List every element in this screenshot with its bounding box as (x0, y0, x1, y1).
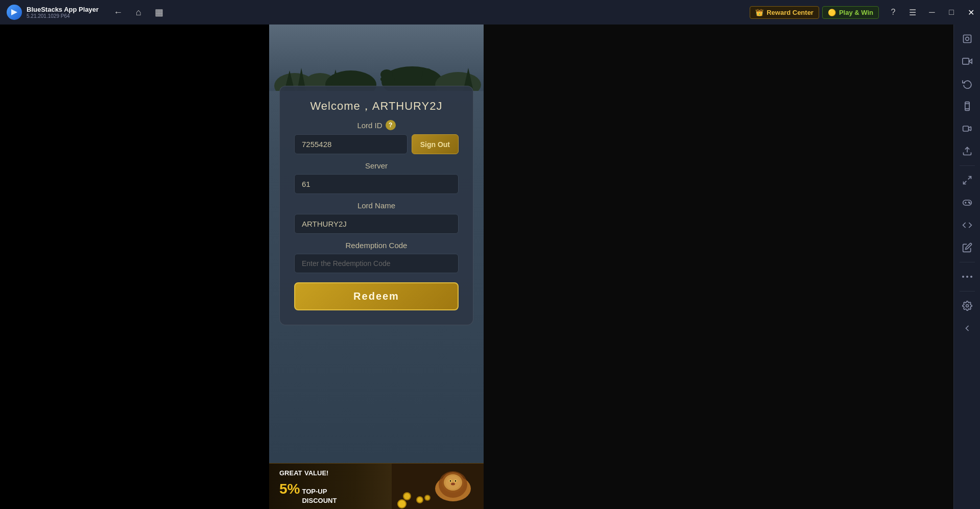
multitask-button[interactable]: ▦ (150, 3, 168, 21)
sidebar-settings-icon[interactable] (957, 296, 977, 316)
title-bar-right: 👑 Reward Center 🟡 Play & Win ? ☰ ─ □ ✕ (750, 3, 980, 21)
game-area: Welcome，ARTHURY2J Lord ID ? Sign Out Ser… (269, 25, 484, 509)
svg-line-44 (963, 181, 966, 184)
svg-point-53 (966, 305, 968, 307)
hamburger-menu-button[interactable]: ☰ (903, 3, 922, 21)
sidebar-rotate-icon[interactable] (957, 74, 977, 94)
app-version: 5.21.201.1029 P64 (27, 13, 99, 19)
svg-point-49 (969, 203, 970, 204)
right-area (484, 25, 953, 509)
game-top-decoration (269, 25, 484, 91)
lord-id-help-icon[interactable]: ? (386, 120, 396, 130)
server-label: Server (294, 161, 459, 170)
left-area (0, 25, 269, 509)
sidebar-script-icon[interactable] (957, 215, 977, 235)
svg-point-32 (398, 500, 405, 507)
sidebar-camera-icon[interactable] (957, 51, 977, 71)
svg-point-26 (451, 483, 455, 486)
lord-id-label: Lord ID ? (294, 120, 459, 130)
svg-rect-9 (380, 77, 395, 81)
svg-point-34 (425, 496, 429, 500)
reward-center-button[interactable]: 👑 Reward Center (750, 6, 819, 19)
banner-text: GREAT VALUE! 5% TOP-UP DISCOUNT (269, 467, 347, 505)
right-sidebar (953, 25, 980, 509)
banner-discount-row: 5% TOP-UP DISCOUNT (279, 479, 337, 505)
sidebar-gamepad-icon[interactable] (957, 192, 977, 213)
nav-buttons: ← ⌂ ▦ (109, 3, 168, 21)
sidebar-divider-3 (960, 291, 975, 292)
sidebar-divider-2 (960, 262, 975, 262)
play-win-label: Play & Win (839, 9, 873, 16)
app-logo-icon (6, 4, 22, 20)
svg-rect-11 (421, 76, 435, 79)
main-content: Welcome，ARTHURY2J Lord ID ? Sign Out Ser… (0, 25, 980, 509)
sidebar-resize-icon[interactable] (957, 170, 977, 190)
minimize-button[interactable]: ─ (923, 3, 941, 21)
home-button[interactable]: ⌂ (129, 3, 148, 21)
crown-icon: 👑 (755, 9, 763, 16)
svg-point-21 (446, 476, 460, 489)
lord-id-input[interactable] (294, 134, 408, 154)
sidebar-recording-icon[interactable] (957, 118, 977, 139)
lord-id-row: Sign Out (294, 134, 459, 154)
sidebar-more-icon[interactable] (957, 266, 977, 287)
sidebar-screenshot-icon[interactable] (957, 29, 977, 49)
svg-point-51 (966, 276, 968, 278)
help-button[interactable]: ? (884, 3, 902, 21)
promo-banner[interactable]: GREAT VALUE! 5% TOP-UP DISCOUNT (269, 463, 484, 509)
reward-center-label: Reward Center (767, 9, 814, 16)
redemption-code-input[interactable] (294, 254, 459, 273)
app-title-group: BlueStacks App Player 5.21.201.1029 P64 (27, 6, 99, 19)
svg-rect-41 (963, 126, 968, 131)
svg-rect-37 (962, 58, 969, 64)
svg-line-43 (968, 177, 971, 180)
sidebar-back-icon[interactable] (957, 318, 977, 338)
play-win-button[interactable]: 🟡 Play & Win (822, 6, 879, 19)
sidebar-edit-icon[interactable] (957, 237, 977, 258)
silhouette-svg (269, 25, 484, 91)
banner-great-value: GREAT VALUE! (279, 467, 337, 478)
form-card: Welcome，ARTHURY2J Lord ID ? Sign Out Ser… (279, 86, 473, 325)
lord-name-value: ARTHURY2J (294, 214, 459, 234)
svg-point-24 (450, 480, 451, 482)
close-button[interactable]: ✕ (962, 3, 980, 21)
sign-out-button[interactable]: Sign Out (412, 134, 459, 154)
maximize-button[interactable]: □ (942, 3, 961, 21)
welcome-title: Welcome，ARTHURY2J (294, 99, 459, 114)
sidebar-apk-icon[interactable] (957, 141, 977, 161)
redeem-button[interactable]: Redeem (294, 282, 459, 310)
svg-point-30 (417, 497, 422, 502)
redemption-code-label: Redemption Code (294, 241, 459, 250)
svg-point-36 (965, 37, 969, 41)
server-value: 61 (294, 174, 459, 194)
app-title: BlueStacks App Player (27, 6, 99, 13)
banner-lion-decoration (392, 463, 484, 509)
coin-icon: 🟡 (828, 9, 836, 16)
svg-rect-35 (963, 35, 971, 43)
svg-point-52 (970, 276, 972, 278)
svg-point-28 (404, 493, 410, 499)
svg-point-50 (962, 276, 964, 278)
sidebar-shake-icon[interactable] (957, 96, 977, 116)
title-bar: BlueStacks App Player 5.21.201.1029 P64 … (0, 0, 980, 25)
back-button[interactable]: ← (109, 3, 127, 21)
sidebar-divider-1 (960, 165, 975, 166)
svg-point-25 (455, 480, 457, 482)
app-branding: BlueStacks App Player 5.21.201.1029 P64 (0, 4, 105, 20)
lord-name-label: Lord Name (294, 201, 459, 210)
